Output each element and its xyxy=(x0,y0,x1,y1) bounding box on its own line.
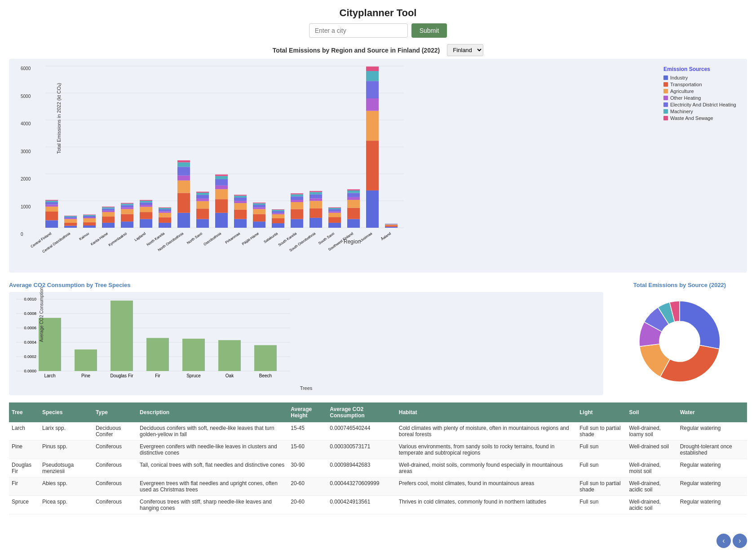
svg-text:Larch: Larch xyxy=(44,373,55,378)
table-cell: Evergreen trees with flat needles and up… xyxy=(137,477,288,496)
table-cell: 0.000300573171 xyxy=(327,441,396,459)
svg-text:0.0004: 0.0004 xyxy=(24,340,36,345)
svg-rect-131 xyxy=(328,209,341,212)
svg-rect-129 xyxy=(328,213,341,217)
table-cell: 0.000424913561 xyxy=(327,496,396,514)
table-cell: 15-60 xyxy=(288,441,327,459)
col-tree: Tree xyxy=(9,402,40,422)
table-cell: Well-drained, acidic soil xyxy=(626,496,677,514)
svg-text:0.0010: 0.0010 xyxy=(24,297,36,301)
svg-rect-26 xyxy=(83,217,96,218)
table-cell: 20-60 xyxy=(288,477,327,496)
svg-rect-32 xyxy=(102,217,115,223)
svg-rect-152 xyxy=(385,225,398,227)
svg-rect-112 xyxy=(291,209,303,219)
bar-chart-container: Total Emissions in 2022 (kt CO₂) 0 1000 … xyxy=(9,59,747,273)
col-avg-co2: Average CO2 Consumption xyxy=(327,402,396,422)
svg-rect-72 xyxy=(196,208,209,219)
svg-rect-48 xyxy=(140,212,152,219)
svg-rect-24 xyxy=(83,222,96,225)
svg-rect-130 xyxy=(328,212,341,213)
svg-rect-84 xyxy=(215,176,228,179)
svg-rect-147 xyxy=(366,81,379,98)
svg-rect-53 xyxy=(140,200,152,201)
svg-rect-41 xyxy=(121,209,133,214)
svg-rect-143 xyxy=(366,190,379,228)
svg-rect-138 xyxy=(347,197,360,200)
svg-rect-153 xyxy=(385,225,398,225)
tree-x-label: Trees xyxy=(16,385,596,391)
svg-rect-43 xyxy=(121,205,133,208)
submit-button[interactable]: Submit xyxy=(411,23,447,38)
table-cell: Fir xyxy=(9,477,40,496)
col-type: Type xyxy=(93,402,137,422)
svg-rect-151 xyxy=(385,227,398,228)
col-water: Water xyxy=(677,402,747,422)
table-cell: Regular watering xyxy=(677,496,747,514)
svg-text:Oak: Oak xyxy=(225,373,234,378)
svg-rect-42 xyxy=(121,208,133,209)
legend-agriculture: Agriculture xyxy=(670,88,694,94)
svg-rect-20 xyxy=(64,216,77,217)
country-select[interactable]: Finland xyxy=(447,44,483,56)
svg-rect-65 xyxy=(177,181,190,193)
svg-rect-117 xyxy=(291,193,303,194)
svg-rect-145 xyxy=(366,111,379,141)
svg-rect-73 xyxy=(196,201,209,209)
table-cell: Full sun xyxy=(577,496,626,514)
svg-rect-93 xyxy=(234,195,247,196)
svg-rect-179 xyxy=(182,339,205,371)
svg-rect-28 xyxy=(83,215,96,216)
svg-rect-45 xyxy=(121,203,133,204)
city-search-input[interactable] xyxy=(309,23,408,38)
svg-rect-173 xyxy=(75,349,97,371)
svg-rect-155 xyxy=(385,224,398,225)
tree-data-table: Tree Species Type Description Average He… xyxy=(9,402,747,514)
table-row: SprucePicea spp.ConiferousConiferous tre… xyxy=(9,496,747,514)
svg-text:Pine: Pine xyxy=(81,373,90,378)
legend-industry: Industry xyxy=(670,75,688,80)
table-cell: Larix spp. xyxy=(40,422,93,441)
legend-machinery: Machinery xyxy=(670,109,693,114)
svg-rect-49 xyxy=(140,207,152,212)
svg-rect-34 xyxy=(102,211,115,212)
svg-rect-61 xyxy=(159,208,171,208)
page-title: Cityplanner Tool xyxy=(0,7,756,19)
svg-rect-88 xyxy=(234,210,247,219)
legend-waste: Waste And Sewage xyxy=(670,115,713,121)
svg-rect-31 xyxy=(102,223,115,228)
table-cell: Full sun to partial shade xyxy=(577,422,626,441)
table-cell: Full sun xyxy=(577,441,626,459)
table-cell: Abies spp. xyxy=(40,477,93,496)
table-cell: Full sun xyxy=(577,459,626,477)
svg-rect-146 xyxy=(366,98,379,111)
svg-rect-17 xyxy=(64,219,77,223)
svg-rect-105 xyxy=(272,214,284,218)
svg-rect-116 xyxy=(291,195,303,197)
table-cell: Evergreen conifers with needle-like leav… xyxy=(137,441,288,459)
svg-rect-137 xyxy=(347,200,360,208)
svg-rect-10 xyxy=(45,204,58,206)
svg-rect-75 xyxy=(196,195,209,199)
y-tick-1000: 1000 xyxy=(21,204,31,209)
svg-rect-135 xyxy=(347,219,360,228)
table-cell: 15-45 xyxy=(288,422,327,441)
svg-rect-109 xyxy=(272,209,284,210)
table-cell: Regular watering xyxy=(677,422,747,441)
table-cell: Well-drained, moist soil xyxy=(626,459,677,477)
svg-rect-27 xyxy=(83,216,96,217)
col-description: Description xyxy=(137,402,288,422)
svg-rect-76 xyxy=(196,193,209,195)
table-cell: Well-drained, moist soils, commonly foun… xyxy=(396,459,577,477)
svg-rect-95 xyxy=(253,221,265,228)
svg-rect-13 xyxy=(45,200,58,201)
svg-text:0.0002: 0.0002 xyxy=(24,354,36,359)
svg-rect-99 xyxy=(253,205,265,208)
table-cell: Pine xyxy=(9,441,40,459)
col-habitat: Habitat xyxy=(396,402,577,422)
svg-rect-122 xyxy=(309,199,322,201)
svg-rect-177 xyxy=(146,338,169,371)
svg-rect-139 xyxy=(347,193,360,197)
table-cell: Deciduous conifers with soft, needle-lik… xyxy=(137,422,288,441)
svg-rect-8 xyxy=(45,212,58,220)
